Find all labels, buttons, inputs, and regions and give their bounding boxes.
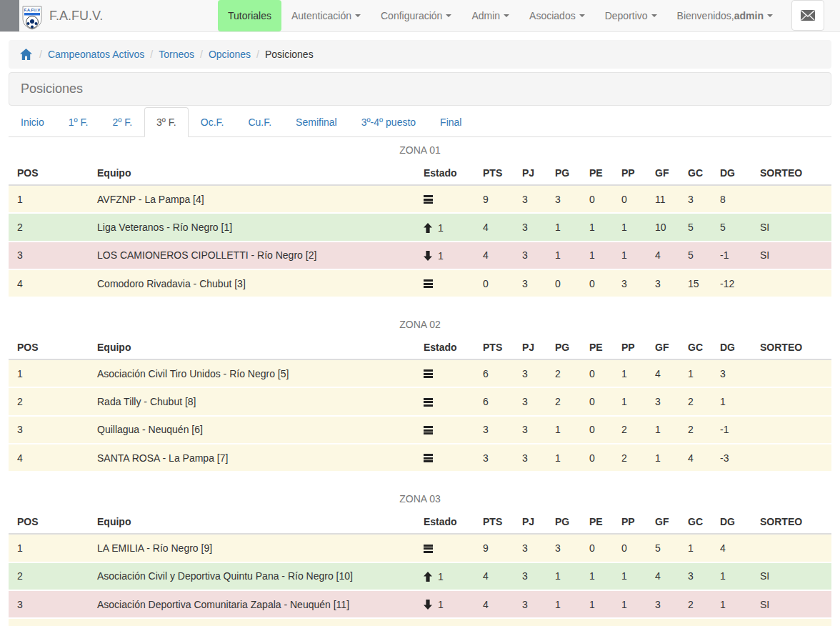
brand-link[interactable]: F.A.FU.V F.A.FU.V. xyxy=(22,1,103,31)
cell-pj: 3 xyxy=(514,444,546,471)
positions-table: ZONA 03 POSEquipoEstadoPTSPJPGPEPPGFGCDG… xyxy=(9,489,831,626)
tab-2-f[interactable]: 2º F. xyxy=(100,107,144,137)
column-header: PG xyxy=(546,509,581,534)
navbar-menu-item[interactable]: Configuración xyxy=(371,0,461,31)
cell-gc: 3 xyxy=(679,562,711,590)
cell-gf: 4 xyxy=(646,562,679,590)
column-header: DG xyxy=(711,509,751,534)
estado-up-icon xyxy=(424,223,432,233)
table-row[interactable]: 1 LA EMILIA - Río Negro [9] 9 3 3 0 0 5 … xyxy=(9,534,831,562)
table-row[interactable]: 2 Liga Veteranos - Río Negro [1] 1 4 3 1… xyxy=(9,213,831,241)
cell-estado xyxy=(415,618,474,626)
cell-pos: 1 xyxy=(9,185,89,213)
svg-text:F.A.FU.V: F.A.FU.V xyxy=(24,8,41,12)
table-row[interactable]: 4 TRELEW - Chubut [12] 0 3 0 0 3 0 6 -6 xyxy=(9,618,831,626)
table-row[interactable]: 2 Rada Tilly - Chubut [8] 6 3 2 0 1 3 2 … xyxy=(9,387,831,415)
cell-pts: 4 xyxy=(474,242,514,269)
chevron-down-icon xyxy=(767,14,773,17)
cell-pp: 1 xyxy=(613,359,646,387)
cell-pg: 1 xyxy=(546,562,581,590)
chevron-down-icon xyxy=(355,14,361,17)
cell-pts: 0 xyxy=(474,269,514,297)
cell-gf: 5 xyxy=(646,534,679,562)
cell-pe: 0 xyxy=(581,387,613,415)
cell-dg: -1 xyxy=(711,416,751,444)
navbar-menu-item[interactable]: Admin xyxy=(461,0,519,31)
cell-pe: 1 xyxy=(581,562,613,590)
navbar-menu-label: Admin xyxy=(471,10,500,21)
table-row[interactable]: 1 Asociación Civil Tiro Unidos - Río Neg… xyxy=(9,359,831,387)
cell-equipo: AVFZNP - La Pampa [4] xyxy=(89,185,415,213)
table-row[interactable]: 3 LOS CAMIONEROS CIPOLLETTI - Río Negro … xyxy=(9,242,831,269)
navbar-menu-item[interactable]: Autenticación xyxy=(281,0,371,31)
cell-dg: 4 xyxy=(711,534,751,562)
home-icon[interactable] xyxy=(20,49,32,60)
cell-gc: 2 xyxy=(679,416,711,444)
chevron-down-icon xyxy=(579,14,585,17)
cell-pos: 2 xyxy=(9,387,89,415)
navbar-menu-label: Tutoriales xyxy=(228,10,271,21)
navbar-menu-item[interactable]: Deportivo xyxy=(595,0,667,31)
cell-pe: 0 xyxy=(581,444,613,471)
cell-pj: 3 xyxy=(514,416,546,444)
cell-pp: 1 xyxy=(613,590,646,618)
table-row[interactable]: 1 AVFZNP - La Pampa [4] 9 3 3 0 0 11 3 8 xyxy=(9,185,831,213)
tab-1-f[interactable]: 1º F. xyxy=(56,107,101,137)
cell-pe: 1 xyxy=(581,213,613,241)
cell-pp: 2 xyxy=(613,416,646,444)
breadcrumb-item[interactable]: Campeonatos Activos xyxy=(48,47,144,61)
breadcrumb-item[interactable]: Torneos xyxy=(159,47,194,61)
mail-button[interactable] xyxy=(791,0,824,31)
table-row[interactable]: 4 SANTA ROSA - La Pampa [7] 3 3 1 0 2 1 … xyxy=(9,444,831,471)
cell-gf: 1 xyxy=(646,416,679,444)
zone-table-section: ZONA 03 POSEquipoEstadoPTSPJPGPEPPGFGCDG… xyxy=(9,489,831,626)
navbar-menu-item[interactable]: Asociados xyxy=(519,0,595,31)
cell-dg: 3 xyxy=(711,359,751,387)
navbar-menu-label: Configuración xyxy=(381,10,442,21)
breadcrumb-item[interactable]: Opciones xyxy=(209,47,251,61)
tab-final[interactable]: Final xyxy=(428,107,474,137)
cell-pp: 3 xyxy=(613,269,646,297)
cell-pp: 1 xyxy=(613,213,646,241)
cell-sorteo xyxy=(751,416,831,444)
breadcrumb-separator: / xyxy=(194,47,209,61)
cell-pg: 0 xyxy=(546,269,581,297)
cell-pts: 6 xyxy=(474,387,514,415)
navbar-user-name: admin xyxy=(734,10,764,21)
tab-3-f[interactable]: 3º F. xyxy=(144,107,189,137)
cell-dg: 1 xyxy=(711,387,751,415)
column-header: PG xyxy=(546,160,581,185)
tab-cu-f[interactable]: Cu.F. xyxy=(236,107,284,137)
cell-pp: 1 xyxy=(613,242,646,269)
tab-semifinal[interactable]: Semifinal xyxy=(284,107,349,137)
cell-equipo: Asociación Civil Tiro Unidos - Río Negro… xyxy=(89,359,415,387)
cell-sorteo xyxy=(751,185,831,213)
tab-oc-f[interactable]: Oc.F. xyxy=(189,107,236,137)
cell-equipo: Liga Veteranos - Río Negro [1] xyxy=(89,213,415,241)
tab-inicio[interactable]: Inicio xyxy=(9,107,56,137)
table-row[interactable]: 2 Asociación Civil y Deportiva Quintu Pa… xyxy=(9,562,831,590)
cell-gf: 10 xyxy=(646,213,679,241)
table-row[interactable]: 4 Comodoro Rivadavia - Chubut [3] 0 3 0 … xyxy=(9,269,831,297)
cell-gf: 0 xyxy=(646,618,679,626)
cell-pg: 1 xyxy=(546,416,581,444)
cell-pg: 1 xyxy=(546,242,581,269)
cell-sorteo: SI xyxy=(751,590,831,618)
table-row[interactable]: 3 Asociación Deportiva Comunitaria Zapal… xyxy=(9,590,831,618)
navbar: F.A.FU.V F.A.FU.V. Tutoriales Autenticac… xyxy=(0,0,840,32)
column-header: GF xyxy=(646,334,679,359)
table-row[interactable]: 3 Quillagua - Neuquén [6] 3 3 1 0 2 1 2 … xyxy=(9,416,831,444)
cell-estado xyxy=(415,359,474,387)
cell-pj: 3 xyxy=(514,185,546,213)
cell-gf: 1 xyxy=(646,444,679,471)
column-header: PJ xyxy=(514,334,546,359)
cell-pe: 0 xyxy=(581,618,613,626)
cell-gf: 4 xyxy=(646,242,679,269)
cell-pj: 3 xyxy=(514,359,546,387)
cell-equipo: Quillagua - Neuquén [6] xyxy=(89,416,415,444)
navbar-menu-item[interactable]: Tutoriales xyxy=(218,0,281,31)
estado-up-icon xyxy=(424,572,432,582)
cell-pe: 1 xyxy=(581,242,613,269)
navbar-menu-item[interactable]: Bienvenidos, admin xyxy=(667,0,783,31)
tab-3-4-puesto[interactable]: 3º-4º puesto xyxy=(349,107,428,137)
